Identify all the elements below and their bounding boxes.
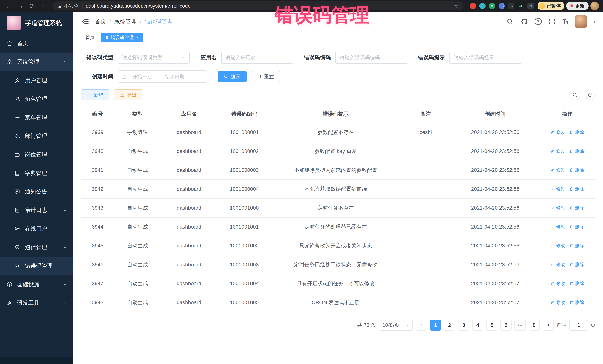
- toggle-search-button[interactable]: [570, 89, 580, 100]
- logo[interactable]: 芋道管理系统: [0, 12, 73, 34]
- sidebar-item-roles[interactable]: 角色管理: [0, 90, 73, 108]
- chevron-down-icon: [63, 282, 67, 287]
- extension-icons: V ⋮⋮ on ❧ ◳: [470, 3, 534, 9]
- tab-home[interactable]: 首页: [81, 33, 99, 42]
- browser-profile-avatar[interactable]: [590, 2, 599, 10]
- forward-icon[interactable]: →: [16, 1, 25, 11]
- security-warning[interactable]: ▲ 不安全: [58, 3, 79, 9]
- page-size-select[interactable]: 10条/页: [379, 320, 413, 331]
- sidebar-item-users[interactable]: 用户管理: [0, 71, 73, 90]
- sidebar-item-home[interactable]: 首页: [0, 34, 73, 53]
- start-date-input[interactable]: [128, 74, 156, 79]
- delete-link[interactable]: 删除: [569, 299, 584, 305]
- chevron-left-icon: [419, 323, 424, 327]
- grid-extension-icon[interactable]: ⋮⋮: [499, 3, 505, 9]
- vpn-extension-icon[interactable]: V: [489, 3, 495, 9]
- delete-link[interactable]: 删除: [569, 148, 584, 154]
- sidebar-item-dictionary[interactable]: 字典管理: [0, 164, 73, 182]
- page-button[interactable]: 1: [430, 320, 441, 331]
- type-select[interactable]: 请选择错误码类型: [118, 52, 190, 64]
- sidebar-item-menus[interactable]: 菜单管理: [0, 108, 73, 127]
- tab-error-codes[interactable]: 错误码管理 ×: [101, 33, 143, 42]
- sidebar-item-infrastructure[interactable]: 基础设施: [0, 275, 73, 294]
- github-icon[interactable]: [520, 17, 528, 26]
- back-icon[interactable]: ←: [4, 1, 14, 11]
- location-extension-icon[interactable]: [479, 3, 486, 9]
- delete-link[interactable]: 删除: [569, 224, 584, 230]
- delete-link[interactable]: 删除: [569, 186, 584, 192]
- fold-menu-icon[interactable]: [81, 17, 90, 26]
- more-pages-button[interactable]: •••: [514, 320, 526, 331]
- end-date-input[interactable]: [161, 74, 188, 79]
- edit-link[interactable]: 修改: [550, 224, 565, 230]
- page-button[interactable]: 8: [529, 320, 540, 331]
- page-button[interactable]: 3: [458, 320, 469, 331]
- goto-page-input[interactable]: [569, 320, 588, 331]
- breadcrumb-home[interactable]: 首页: [95, 18, 106, 25]
- caret-down-icon[interactable]: ▾: [593, 19, 596, 24]
- refresh-table-button[interactable]: [585, 89, 596, 100]
- shield-check-icon: [14, 244, 20, 250]
- delete-link[interactable]: 删除: [569, 205, 584, 211]
- prev-page-button[interactable]: [416, 320, 427, 331]
- sidebar-item-dev-tools[interactable]: 研发工具: [0, 294, 73, 312]
- delete-link[interactable]: 删除: [569, 167, 584, 173]
- breadcrumb: 首页 / 系统管理 / 错误码管理: [95, 18, 173, 25]
- extensions-puzzle-icon[interactable]: ◳: [527, 3, 534, 9]
- edit-link[interactable]: 修改: [550, 299, 565, 305]
- edit-link[interactable]: 修改: [550, 186, 565, 192]
- address-bar[interactable]: ▲ 不安全 | dashboard.yudao.iocoder.cn/syste…: [53, 1, 463, 10]
- breadcrumb-system[interactable]: 系统管理: [114, 18, 137, 25]
- delete-link[interactable]: 删除: [569, 280, 584, 287]
- sidebar-item-notices[interactable]: 通知公告: [0, 182, 73, 201]
- sidebar-menu: 首页 系统管理 用户管理 角色管理 菜单管理 部门管理: [0, 34, 73, 357]
- record-extension-icon[interactable]: [470, 3, 476, 9]
- export-button[interactable]: 导出: [114, 89, 142, 100]
- edit-link[interactable]: 修改: [550, 148, 565, 154]
- sidebar-item-departments[interactable]: 部门管理: [0, 127, 73, 145]
- page-button[interactable]: 2: [444, 320, 455, 331]
- delete-link[interactable]: 删除: [569, 129, 584, 135]
- page-button[interactable]: 5: [486, 320, 498, 331]
- home-icon[interactable]: ⌂: [39, 1, 48, 11]
- sidebar-item-system[interactable]: 系统管理: [0, 53, 73, 71]
- leaf-extension-icon[interactable]: ❧: [518, 3, 524, 9]
- next-page-button[interactable]: [543, 320, 554, 331]
- sidebar-footer[interactable]: [0, 357, 73, 364]
- app-input[interactable]: [221, 52, 293, 64]
- edit-link[interactable]: 修改: [550, 280, 565, 287]
- delete-link[interactable]: 删除: [569, 262, 584, 268]
- sidebar-item-sms[interactable]: 短信管理: [0, 238, 73, 256]
- page-button[interactable]: 4: [472, 320, 483, 331]
- fullscreen-icon[interactable]: [548, 17, 556, 26]
- sidebar-item-error-codes[interactable]: 错误码管理: [0, 256, 73, 275]
- edit-link[interactable]: 修改: [550, 262, 565, 268]
- sidebar-item-posts[interactable]: 岗位管理: [0, 145, 73, 164]
- code-input[interactable]: [335, 52, 407, 64]
- page-button[interactable]: 6: [500, 320, 511, 331]
- on-badge-icon[interactable]: on: [508, 3, 514, 9]
- font-size-icon[interactable]: TT: [563, 18, 568, 25]
- edit-link[interactable]: 修改: [550, 205, 565, 211]
- close-icon[interactable]: ×: [136, 35, 139, 40]
- sidebar-item-online-users[interactable]: 在线用户: [0, 220, 73, 238]
- edit-link[interactable]: 修改: [550, 243, 565, 249]
- delete-link[interactable]: 删除: [569, 243, 584, 249]
- update-button[interactable]: 更新: [566, 2, 589, 10]
- msg-input[interactable]: [449, 52, 521, 64]
- bookmark-star-icon[interactable]: ☆: [453, 3, 458, 9]
- sidebar-item-audit-logs[interactable]: 审计日志: [0, 201, 73, 220]
- search-button[interactable]: 搜索: [218, 71, 247, 82]
- search-icon[interactable]: [506, 17, 514, 26]
- trash-icon: [569, 243, 573, 248]
- date-range-picker[interactable]: -: [118, 70, 207, 83]
- edit-link[interactable]: 修改: [550, 129, 565, 135]
- edit-link[interactable]: 修改: [550, 167, 565, 173]
- search-icon: [224, 74, 228, 79]
- paused-badge[interactable]: 已暂停: [537, 2, 564, 10]
- reset-button[interactable]: 重置: [251, 71, 280, 82]
- add-button[interactable]: 新增: [81, 89, 109, 100]
- refresh-icon[interactable]: ⟳: [27, 1, 37, 11]
- help-icon[interactable]: ?: [535, 18, 542, 25]
- avatar[interactable]: [575, 15, 587, 28]
